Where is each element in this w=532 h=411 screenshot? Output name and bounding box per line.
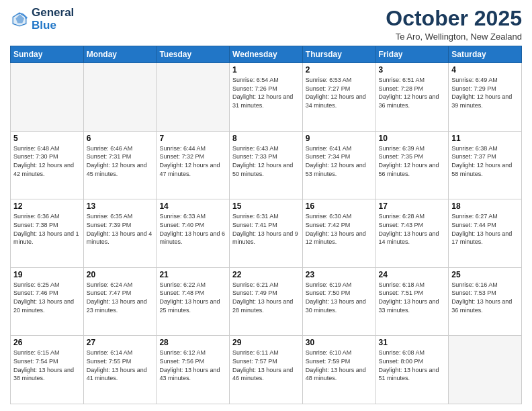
- col-monday: Monday: [83, 46, 157, 63]
- calendar-cell: 17Sunrise: 6:28 AM Sunset: 7:43 PM Dayli…: [375, 199, 449, 268]
- logo-icon: [10, 10, 29, 29]
- col-saturday: Saturday: [449, 46, 522, 63]
- calendar-cell: [83, 63, 157, 132]
- day-number: 8: [232, 134, 300, 143]
- calendar-cell: [157, 63, 230, 132]
- page: General Blue October 2025 Te Aro, Wellin…: [0, 0, 532, 411]
- calendar-cell: 4Sunrise: 6:49 AM Sunset: 7:29 PM Daylig…: [449, 63, 522, 132]
- calendar-table: Sunday Monday Tuesday Wednesday Thursday…: [10, 46, 522, 404]
- day-number: 30: [306, 338, 373, 347]
- day-info: Sunrise: 6:14 AM Sunset: 7:55 PM Dayligh…: [87, 349, 154, 382]
- day-number: 10: [379, 134, 446, 143]
- day-info: Sunrise: 6:15 AM Sunset: 7:54 PM Dayligh…: [13, 349, 81, 382]
- col-tuesday: Tuesday: [157, 46, 230, 63]
- calendar-week-row-1: 1Sunrise: 6:54 AM Sunset: 7:26 PM Daylig…: [11, 63, 522, 132]
- day-number: 4: [451, 65, 519, 75]
- day-info: Sunrise: 6:51 AM Sunset: 7:28 PM Dayligh…: [379, 76, 446, 109]
- day-number: 5: [13, 134, 81, 143]
- header: General Blue October 2025 Te Aro, Wellin…: [10, 7, 522, 42]
- calendar-cell: 2Sunrise: 6:53 AM Sunset: 7:27 PM Daylig…: [302, 63, 375, 132]
- col-sunday: Sunday: [11, 46, 84, 63]
- day-number: 14: [159, 201, 226, 211]
- calendar-cell: 31Sunrise: 6:08 AM Sunset: 8:00 PM Dayli…: [375, 336, 449, 404]
- day-info: Sunrise: 6:54 AM Sunset: 7:26 PM Dayligh…: [232, 76, 300, 109]
- calendar-cell: 3Sunrise: 6:51 AM Sunset: 7:28 PM Daylig…: [375, 63, 449, 132]
- day-number: 26: [13, 338, 81, 347]
- day-info: Sunrise: 6:35 AM Sunset: 7:39 PM Dayligh…: [87, 212, 154, 246]
- day-number: 6: [87, 134, 154, 143]
- day-info: Sunrise: 6:10 AM Sunset: 7:59 PM Dayligh…: [306, 349, 373, 382]
- day-info: Sunrise: 6:08 AM Sunset: 8:00 PM Dayligh…: [379, 349, 446, 382]
- day-number: 19: [13, 270, 81, 279]
- day-number: 22: [232, 270, 300, 279]
- calendar-cell: 7Sunrise: 6:44 AM Sunset: 7:32 PM Daylig…: [157, 131, 230, 199]
- day-info: Sunrise: 6:11 AM Sunset: 7:57 PM Dayligh…: [232, 349, 300, 382]
- day-number: 1: [232, 65, 300, 75]
- calendar-cell: 5Sunrise: 6:48 AM Sunset: 7:30 PM Daylig…: [11, 131, 84, 199]
- day-info: Sunrise: 6:44 AM Sunset: 7:32 PM Dayligh…: [159, 144, 226, 178]
- day-info: Sunrise: 6:33 AM Sunset: 7:40 PM Dayligh…: [159, 212, 226, 246]
- day-info: Sunrise: 6:31 AM Sunset: 7:41 PM Dayligh…: [232, 212, 300, 246]
- calendar-cell: 27Sunrise: 6:14 AM Sunset: 7:55 PM Dayli…: [83, 336, 157, 404]
- day-info: Sunrise: 6:48 AM Sunset: 7:30 PM Dayligh…: [13, 144, 81, 178]
- day-info: Sunrise: 6:12 AM Sunset: 7:56 PM Dayligh…: [159, 349, 226, 382]
- day-info: Sunrise: 6:38 AM Sunset: 7:37 PM Dayligh…: [451, 144, 519, 178]
- calendar-cell: 11Sunrise: 6:38 AM Sunset: 7:37 PM Dayli…: [449, 131, 522, 199]
- day-info: Sunrise: 6:18 AM Sunset: 7:51 PM Dayligh…: [379, 281, 446, 314]
- calendar-header-row: Sunday Monday Tuesday Wednesday Thursday…: [11, 46, 522, 63]
- logo: General Blue: [10, 7, 74, 32]
- day-number: 13: [87, 201, 154, 211]
- day-number: 29: [232, 338, 300, 347]
- calendar-week-row-5: 26Sunrise: 6:15 AM Sunset: 7:54 PM Dayli…: [11, 336, 522, 404]
- calendar-cell: 30Sunrise: 6:10 AM Sunset: 7:59 PM Dayli…: [302, 336, 375, 404]
- col-thursday: Thursday: [302, 46, 375, 63]
- calendar-cell: 6Sunrise: 6:46 AM Sunset: 7:31 PM Daylig…: [83, 131, 157, 199]
- day-number: 12: [13, 201, 81, 211]
- calendar-cell: 23Sunrise: 6:19 AM Sunset: 7:50 PM Dayli…: [302, 267, 375, 336]
- day-number: 16: [306, 201, 373, 211]
- calendar-cell: 26Sunrise: 6:15 AM Sunset: 7:54 PM Dayli…: [11, 336, 84, 404]
- calendar-cell: 19Sunrise: 6:25 AM Sunset: 7:46 PM Dayli…: [11, 267, 84, 336]
- day-info: Sunrise: 6:46 AM Sunset: 7:31 PM Dayligh…: [87, 144, 154, 178]
- calendar-cell: 22Sunrise: 6:21 AM Sunset: 7:49 PM Dayli…: [230, 267, 303, 336]
- calendar-cell: 25Sunrise: 6:16 AM Sunset: 7:53 PM Dayli…: [449, 267, 522, 336]
- location: Te Aro, Wellington, New Zealand: [386, 32, 522, 42]
- calendar-cell: 21Sunrise: 6:22 AM Sunset: 7:48 PM Dayli…: [157, 267, 230, 336]
- day-number: 27: [87, 338, 154, 347]
- day-number: 9: [306, 134, 373, 143]
- day-info: Sunrise: 6:16 AM Sunset: 7:53 PM Dayligh…: [451, 281, 519, 314]
- day-number: 2: [306, 65, 373, 75]
- month-title: October 2025: [386, 7, 522, 30]
- day-number: 20: [87, 270, 154, 279]
- day-info: Sunrise: 6:25 AM Sunset: 7:46 PM Dayligh…: [13, 281, 81, 314]
- day-info: Sunrise: 6:22 AM Sunset: 7:48 PM Dayligh…: [159, 281, 226, 314]
- col-friday: Friday: [375, 46, 449, 63]
- day-info: Sunrise: 6:49 AM Sunset: 7:29 PM Dayligh…: [451, 76, 519, 109]
- calendar-cell: 12Sunrise: 6:36 AM Sunset: 7:38 PM Dayli…: [11, 199, 84, 268]
- calendar-cell: 13Sunrise: 6:35 AM Sunset: 7:39 PM Dayli…: [83, 199, 157, 268]
- day-info: Sunrise: 6:21 AM Sunset: 7:49 PM Dayligh…: [232, 281, 300, 314]
- calendar-cell: [449, 336, 522, 404]
- logo-text: General Blue: [32, 7, 74, 32]
- day-info: Sunrise: 6:19 AM Sunset: 7:50 PM Dayligh…: [306, 281, 373, 314]
- calendar-cell: 24Sunrise: 6:18 AM Sunset: 7:51 PM Dayli…: [375, 267, 449, 336]
- day-number: 17: [379, 201, 446, 211]
- calendar-cell: 8Sunrise: 6:43 AM Sunset: 7:33 PM Daylig…: [230, 131, 303, 199]
- day-info: Sunrise: 6:28 AM Sunset: 7:43 PM Dayligh…: [379, 212, 446, 246]
- calendar-cell: [11, 63, 84, 132]
- calendar-cell: 1Sunrise: 6:54 AM Sunset: 7:26 PM Daylig…: [230, 63, 303, 132]
- day-info: Sunrise: 6:24 AM Sunset: 7:47 PM Dayligh…: [87, 281, 154, 314]
- svg-point-3: [25, 16, 28, 19]
- calendar-week-row-2: 5Sunrise: 6:48 AM Sunset: 7:30 PM Daylig…: [11, 131, 522, 199]
- calendar-cell: 15Sunrise: 6:31 AM Sunset: 7:41 PM Dayli…: [230, 199, 303, 268]
- calendar-cell: 9Sunrise: 6:41 AM Sunset: 7:34 PM Daylig…: [302, 131, 375, 199]
- day-number: 23: [306, 270, 373, 279]
- day-number: 25: [451, 270, 519, 279]
- calendar-cell: 16Sunrise: 6:30 AM Sunset: 7:42 PM Dayli…: [302, 199, 375, 268]
- day-number: 3: [379, 65, 446, 75]
- day-info: Sunrise: 6:53 AM Sunset: 7:27 PM Dayligh…: [306, 76, 373, 109]
- title-block: October 2025 Te Aro, Wellington, New Zea…: [386, 7, 522, 42]
- day-info: Sunrise: 6:43 AM Sunset: 7:33 PM Dayligh…: [232, 144, 300, 178]
- calendar-cell: 29Sunrise: 6:11 AM Sunset: 7:57 PM Dayli…: [230, 336, 303, 404]
- day-number: 28: [159, 338, 226, 347]
